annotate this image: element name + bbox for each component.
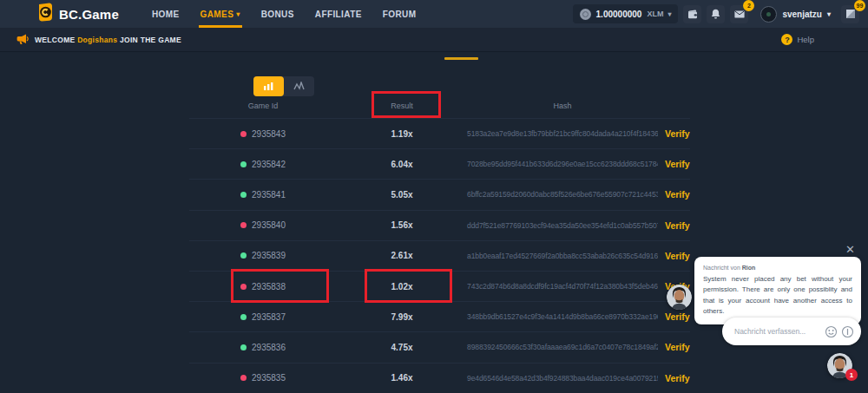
bell-icon bbox=[711, 9, 720, 19]
status-dot bbox=[240, 284, 247, 290]
messages-badge: 2 bbox=[743, 0, 754, 11]
hash-value: 743c2d874b6d8a8dcdf9fc19acf4d70f74f12a38… bbox=[467, 282, 658, 291]
game-id-cell: 2935841 bbox=[189, 190, 337, 200]
hash-value: 8988392450666c53f30afaaaea69c1d6a7c0407e… bbox=[467, 343, 658, 351]
result-value: 2.61x bbox=[337, 251, 467, 260]
verify-button[interactable]: Verify bbox=[658, 311, 690, 322]
bcgame-logo-icon bbox=[36, 3, 54, 25]
status-dot bbox=[240, 222, 247, 228]
chat-close-icon[interactable]: ✕ bbox=[845, 244, 855, 255]
result-value: 1.56x bbox=[337, 220, 467, 230]
bar-chart-icon bbox=[263, 82, 274, 91]
chat-head-avatar[interactable] bbox=[667, 285, 692, 310]
game-id-cell: 2935842 bbox=[189, 160, 337, 169]
currency-dropdown[interactable]: XLM ▾ bbox=[647, 10, 671, 18]
user-menu[interactable]: svenjatzu ▾ bbox=[782, 10, 831, 19]
verify-button[interactable]: Verify bbox=[658, 251, 690, 261]
welcome-username: Dogishans bbox=[77, 36, 117, 44]
help-button[interactable]: ? Help bbox=[781, 34, 814, 45]
hash-value: ddd7f521e87769103ecf94ea35da50ee354efd1c… bbox=[467, 221, 658, 230]
status-dot bbox=[240, 192, 247, 198]
game-tab-indicator bbox=[444, 57, 478, 60]
game-id: 2935836 bbox=[252, 343, 286, 352]
main-nav: HOME GAMES▾ BONUS AFFILIATE FORUM bbox=[152, 0, 416, 28]
active-tab-underline bbox=[199, 25, 242, 28]
column-hash: Hash bbox=[467, 102, 658, 110]
envelope-icon bbox=[734, 10, 745, 18]
nav-bonus[interactable]: BONUS bbox=[261, 0, 294, 28]
hash-value: 7028be95dd95f441b633d6d296e0ae15cc6238dd… bbox=[467, 160, 658, 168]
wallet-icon bbox=[687, 10, 698, 19]
result-value: 1.19x bbox=[337, 129, 467, 139]
game-id-cell: 2935843 bbox=[189, 129, 337, 139]
result-value: 7.99x bbox=[337, 312, 467, 322]
game-id-cell: 2935838 bbox=[189, 282, 337, 291]
game-id: 2935838 bbox=[252, 282, 286, 291]
avatar-photo bbox=[667, 285, 692, 310]
nav-forum[interactable]: FORUM bbox=[383, 0, 417, 28]
chat-sender-meta: Nachricht von Rion bbox=[703, 265, 852, 271]
nav-affiliate[interactable]: AFFILIATE bbox=[315, 0, 362, 28]
game-id-cell: 2935837 bbox=[189, 312, 337, 322]
result-value: 1.46x bbox=[337, 373, 467, 383]
balance-selector[interactable]: 1.00000000 XLM ▾ bbox=[573, 4, 679, 23]
verify-button[interactable]: Verify bbox=[658, 159, 690, 169]
verify-button[interactable]: Verify bbox=[658, 342, 690, 352]
info-icon[interactable] bbox=[841, 325, 854, 338]
top-header: BC.Game HOME GAMES▾ BONUS AFFILIATE FORU… bbox=[0, 0, 868, 28]
status-dot bbox=[240, 131, 247, 137]
verify-button[interactable]: Verify bbox=[658, 189, 690, 200]
table-header: Game Id Result Hash bbox=[189, 94, 690, 118]
emoji-icon[interactable] bbox=[825, 325, 838, 338]
verify-button[interactable]: Verify bbox=[658, 220, 690, 231]
table-row: 2935836 4.75x 8988392450666c53f30afaaaea… bbox=[189, 331, 690, 362]
game-id: 2935839 bbox=[252, 251, 286, 260]
table-row: 2935840 1.56x ddd7f521e87769103ecf94ea35… bbox=[189, 210, 690, 240]
brand-name: BC.Game bbox=[59, 7, 119, 22]
balance-amount: 1.00000000 bbox=[596, 10, 642, 19]
chat-message-text: System never placed any bet without your… bbox=[703, 274, 852, 318]
user-avatar[interactable] bbox=[760, 6, 777, 23]
chat-toggle-button[interactable]: 99 bbox=[841, 5, 859, 23]
chevron-down-icon: ▾ bbox=[827, 10, 831, 18]
wallet-button[interactable] bbox=[683, 5, 701, 23]
game-id-cell: 2935840 bbox=[189, 220, 337, 230]
table-row: 2935837 7.99x 348bb9db61527e4c9f3e4a1414… bbox=[189, 301, 690, 331]
trend-line-icon bbox=[293, 82, 305, 91]
verify-button[interactable]: Verify bbox=[658, 373, 690, 383]
hash-value: 5183a2ea7e9d8e13fb79bbf21bc9ffc804dada4a… bbox=[467, 129, 658, 138]
question-mark-icon: ? bbox=[781, 34, 792, 45]
result-value: 4.75x bbox=[337, 343, 467, 352]
table-row: 2935839 2.61x a1bb0eaaf17ed4527669f2a0bb… bbox=[189, 240, 690, 271]
nav-games[interactable]: GAMES▾ bbox=[201, 0, 240, 28]
game-id-cell: 2935836 bbox=[189, 343, 337, 352]
chat-message-card: Nachricht von Rion System never placed a… bbox=[694, 257, 861, 324]
notifications-button[interactable] bbox=[707, 5, 725, 23]
nav-home[interactable]: HOME bbox=[152, 0, 180, 28]
game-id: 2935841 bbox=[252, 190, 286, 200]
game-id: 2935842 bbox=[252, 160, 286, 169]
welcome-bar: WELCOME Dogishans JOIN THE GAME ? Help bbox=[0, 28, 868, 52]
chat-sender-name: Rion bbox=[742, 265, 756, 271]
result-value: 1.02x bbox=[337, 282, 467, 291]
status-dot bbox=[240, 161, 247, 167]
hash-value: 6bffc2a59159d2060d0abc85f526e6be676e5590… bbox=[467, 190, 658, 199]
table-body: 2935843 1.19x 5183a2ea7e9d8e13fb79bbf21b… bbox=[189, 118, 690, 393]
chat-badge: 99 bbox=[854, 0, 865, 11]
status-dot bbox=[240, 344, 247, 350]
game-id: 2935840 bbox=[252, 220, 286, 230]
verify-button[interactable]: Verify bbox=[658, 128, 690, 139]
messages-button[interactable]: 2 bbox=[730, 5, 748, 23]
chat-message-input[interactable] bbox=[734, 327, 814, 336]
game-history-table: Game Id Result Hash 2935843 1.19x 5183a2… bbox=[189, 94, 690, 393]
game-id-cell: 2935835 bbox=[189, 373, 337, 383]
table-row: 2935841 5.05x 6bffc2a59159d2060d0abc85f5… bbox=[189, 179, 690, 209]
brand-logo[interactable]: BC.Game bbox=[36, 3, 119, 25]
game-id: 2935835 bbox=[252, 373, 286, 383]
status-dot bbox=[240, 252, 247, 259]
game-id: 2935837 bbox=[252, 312, 286, 322]
hash-value: a1bb0eaaf17ed4527669f2a0bba8cc53abab26c6… bbox=[467, 252, 658, 260]
coin-icon bbox=[580, 9, 591, 20]
column-game-id: Game Id bbox=[189, 102, 337, 110]
status-dot bbox=[240, 375, 247, 381]
